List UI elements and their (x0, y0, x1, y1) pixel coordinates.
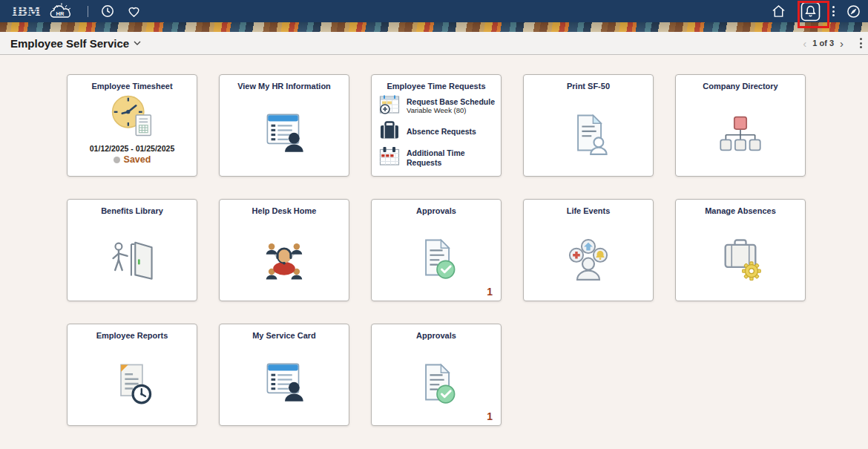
tile-title: Employee Timesheet (68, 75, 197, 91)
calendar-add-icon (378, 94, 401, 119)
tile-company-directory[interactable]: Company Directory (675, 74, 806, 177)
tile-help-desk-home[interactable]: Help Desk Home (219, 199, 349, 301)
pagination-next-icon[interactable]: › (837, 37, 846, 50)
employee-self-service-homepage: IBM HR (0, 0, 868, 449)
top-header-bar: IBM HR (0, 0, 868, 22)
tile-title: Approvals (372, 324, 501, 341)
tile-title: Manage Absences (676, 200, 805, 216)
tile-my-service-card[interactable]: My Service Card (219, 324, 349, 426)
header-actions-kebab-icon[interactable] (832, 6, 835, 16)
tile-approvals[interactable]: Approvals 1 (371, 324, 502, 426)
tile-life-events[interactable]: Life Events (523, 199, 654, 301)
menu-item-label: Absence Requests (407, 127, 476, 137)
tile-title: Company Directory (676, 75, 805, 91)
page-title: Employee Self Service (10, 37, 129, 50)
document-check-icon (410, 235, 462, 284)
tile-employee-timesheet[interactable]: Employee Timesheet (67, 74, 197, 177)
tile-row-3: Employee Reports (67, 324, 868, 426)
home-icon[interactable] (772, 4, 786, 18)
tile-title: Help Desk Home (220, 200, 349, 216)
decorative-banner (0, 22, 868, 32)
tile-grid: Employee Timesheet (0, 55, 868, 426)
pagination-prev-icon[interactable]: ‹ (800, 37, 809, 50)
header-divider (88, 6, 88, 17)
clock-document-icon (104, 91, 160, 143)
briefcase-icon (378, 119, 401, 145)
tile-employee-time-requests[interactable]: Employee Time Requests (371, 74, 502, 177)
favorites-heart-icon[interactable] (127, 5, 141, 18)
approvals-count-badge: 1 (487, 286, 493, 298)
support-network-icon (256, 234, 312, 284)
document-person-icon (562, 110, 614, 159)
tile-title: Approvals (372, 200, 501, 216)
chevron-down-icon (134, 41, 141, 45)
hr-logo-text: HR (56, 10, 65, 17)
tile-title: Employee Time Requests (372, 75, 501, 91)
menu-item-absence-requests[interactable]: Absence Requests (372, 119, 501, 145)
person-life-events-icon (562, 235, 614, 284)
tile-title: View My HR Information (220, 75, 349, 91)
ibm-logo: IBM (12, 5, 42, 18)
timesheet-status: Saved (114, 154, 151, 165)
pagination-label: 1 of 3 (812, 39, 834, 47)
hr-cloud-logo: HR (46, 1, 77, 21)
tile-title: Life Events (524, 200, 653, 216)
document-check-icon (410, 359, 462, 408)
roster-person-icon (257, 110, 312, 159)
navbar-compass-icon[interactable] (846, 4, 861, 19)
approvals-count-badge: 1 (487, 410, 493, 422)
recents-clock-icon[interactable] (101, 4, 114, 18)
calendar-days-icon (378, 145, 401, 171)
titlebar-actions-kebab-icon[interactable] (860, 38, 862, 48)
person-door-icon (107, 235, 157, 284)
menu-item-additional-time-requests[interactable]: Additional Time Requests (372, 145, 501, 171)
tile-title: Employee Reports (68, 324, 197, 341)
svg-text:IBM: IBM (12, 5, 41, 18)
menu-item-label: Request Base Schedule (407, 97, 495, 107)
document-clock-icon (106, 359, 158, 408)
tile-approvals[interactable]: Approvals 1 (371, 199, 502, 301)
tile-row-1: Employee Timesheet (67, 74, 868, 177)
menu-item-request-base-schedule[interactable]: Request Base Schedule Variable Week (80) (372, 93, 501, 119)
tile-row-2: Benefits Library (67, 199, 868, 301)
tile-title: My Service Card (220, 324, 349, 341)
status-dot-icon (114, 157, 120, 163)
tile-manage-absences[interactable]: Manage Absences (675, 199, 806, 301)
tile-employee-reports[interactable]: Employee Reports (67, 324, 197, 426)
page-title-bar: Employee Self Service ‹ 1 of 3 › (0, 32, 868, 55)
menu-item-label: Additional Time Requests (407, 148, 501, 167)
timesheet-date-range: 01/12/2025 - 01/25/2025 (90, 144, 174, 153)
tile-benefits-library[interactable]: Benefits Library (67, 199, 197, 301)
notifications-bell-icon[interactable] (800, 1, 821, 22)
tile-print-sf-50[interactable]: Print SF-50 (523, 74, 654, 177)
tile-title: Print SF-50 (524, 75, 653, 91)
menu-item-sublabel: Variable Week (80) (407, 106, 495, 114)
briefcase-gear-icon (714, 235, 766, 284)
org-chart-icon (714, 111, 766, 158)
homepage-selector[interactable]: Employee Self Service (10, 37, 141, 50)
tile-view-my-hr-information[interactable]: View My HR Information (219, 74, 349, 177)
tile-title: Benefits Library (68, 200, 197, 216)
status-label: Saved (124, 154, 151, 165)
roster-person-icon (257, 359, 312, 408)
